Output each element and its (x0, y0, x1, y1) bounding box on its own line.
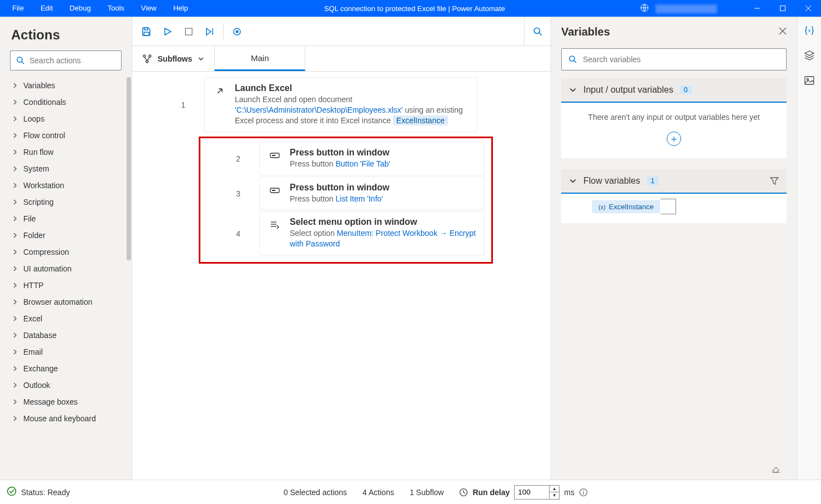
rail-variables-button[interactable]: x (804, 25, 815, 38)
rail-images-button[interactable] (804, 75, 815, 88)
menu-debug[interactable]: Debug (62, 0, 98, 17)
actions-tree-item[interactable]: UI automation (0, 260, 132, 277)
run-button[interactable] (158, 22, 178, 42)
status-bar: Status: Ready 0 Selected actions 4 Actio… (0, 480, 821, 504)
tab-main[interactable]: Main (214, 46, 305, 71)
actions-tree-item[interactable]: Scripting (0, 194, 132, 210)
tree-item-label: Outlook (23, 381, 50, 390)
actions-tree-item[interactable]: Flow control (0, 127, 132, 144)
app-menu: File Edit Debug Tools View Help (0, 0, 196, 17)
step-description: Press button List Item 'Info' (290, 194, 476, 204)
save-button[interactable] (137, 22, 157, 42)
run-delay-input[interactable] (514, 485, 550, 500)
menu-file[interactable]: File (4, 0, 32, 17)
actions-tree-item[interactable]: Outlook (0, 377, 132, 394)
tree-item-label: HTTP (23, 281, 44, 290)
chevron-right-icon (12, 233, 18, 238)
actions-tree-item[interactable]: Database (0, 327, 132, 344)
variables-search-input[interactable] (583, 55, 779, 64)
record-button[interactable] (227, 22, 247, 42)
menu-tools[interactable]: Tools (100, 0, 132, 17)
flow-variables-count: 1 (647, 177, 658, 185)
designer-search-button[interactable] (524, 17, 551, 46)
flow-step[interactable]: 3 Press button in window Press button Li… (207, 177, 485, 211)
svg-point-37 (8, 487, 16, 496)
menu-edit[interactable]: Edit (33, 0, 61, 17)
svg-point-15 (534, 28, 540, 33)
actions-tree-item[interactable]: Workstation (0, 177, 132, 194)
variable-chip: ExcelInstance (393, 115, 448, 125)
close-button[interactable] (795, 0, 821, 17)
search-icon (16, 56, 25, 65)
svg-rect-23 (272, 190, 275, 191)
flow-step[interactable]: 4 Select menu option in window Select op… (207, 211, 485, 256)
close-variables-button[interactable] (779, 27, 787, 37)
close-icon (779, 27, 787, 35)
chevron-right-icon (12, 216, 18, 221)
flow-variables-header[interactable]: Flow variables 1 (561, 169, 787, 194)
branch-icon (142, 54, 152, 64)
actions-search-box[interactable] (10, 51, 122, 70)
flow-step[interactable]: 1 Launch Excel Launch Excel and open doc… (132, 77, 551, 133)
maximize-button[interactable] (770, 0, 795, 17)
chevron-right-icon (12, 249, 18, 255)
subflows-dropdown[interactable]: Subflows (132, 46, 214, 71)
actions-scrollbar[interactable] (127, 77, 131, 260)
step-button[interactable] (200, 22, 220, 42)
minimize-button[interactable] (744, 0, 770, 17)
svg-marker-11 (206, 28, 211, 35)
chevron-right-icon (12, 266, 18, 271)
flow-step[interactable]: 2 Press button in window Press button Bu… (207, 142, 485, 177)
variables-search-box[interactable] (561, 48, 787, 70)
svg-point-41 (583, 490, 584, 491)
add-io-variable-button[interactable]: ＋ (667, 132, 681, 146)
actions-tree-item[interactable]: Compression (0, 244, 132, 260)
environment-icon[interactable] (633, 3, 656, 14)
actions-tree-item[interactable]: File (0, 210, 132, 227)
selection-highlight: 2 Press button in window Press button Bu… (199, 137, 493, 264)
flow-variable-chip[interactable]: (x) ExcelInstance (592, 200, 660, 213)
tree-item-label: Browser automation (23, 298, 93, 306)
chevron-right-icon (12, 99, 18, 105)
actions-tree-item[interactable]: Run flow (0, 144, 132, 160)
actions-tree-item[interactable]: Message boxes (0, 394, 132, 410)
chevron-right-icon (12, 299, 18, 305)
eraser-icon[interactable] (771, 463, 781, 475)
menu-view[interactable]: View (133, 0, 164, 17)
svg-marker-34 (805, 51, 814, 56)
svg-rect-7 (144, 28, 148, 30)
io-empty-text: There aren't any input or output variabl… (568, 113, 780, 122)
run-delay-spinner[interactable]: ▲▼ (550, 485, 560, 500)
tree-item-label: File (23, 214, 36, 223)
tab-strip: Subflows Main (132, 46, 551, 72)
actions-tree-item[interactable]: Browser automation (0, 294, 132, 310)
actions-tree-item[interactable]: Email (0, 344, 132, 360)
actions-tree-item[interactable]: Loops (0, 110, 132, 127)
tree-item-label: Loops (23, 114, 44, 123)
flow-canvas[interactable]: 1 Launch Excel Launch Excel and open doc… (132, 72, 551, 480)
actions-tree-item[interactable]: Folder (0, 227, 132, 244)
search-icon (568, 55, 577, 64)
actions-tree-item[interactable]: Mouse and keyboard (0, 410, 132, 427)
step-title: Launch Excel (235, 83, 469, 93)
actions-tree-item[interactable]: Conditionals (0, 94, 132, 110)
filter-icon[interactable] (770, 177, 779, 185)
actions-search-input[interactable] (29, 51, 127, 70)
chevron-right-icon (12, 166, 18, 172)
menu-help[interactable]: Help (165, 0, 196, 17)
status-selected-actions: 0 Selected actions (284, 488, 347, 497)
actions-tree-item[interactable]: Excel (0, 310, 132, 327)
actions-tree-item[interactable]: HTTP (0, 277, 132, 294)
chevron-down-icon (569, 177, 577, 185)
rail-layers-button[interactable] (804, 50, 815, 63)
tree-item-label: System (23, 164, 49, 173)
step-number: 2 (207, 142, 259, 177)
button-icon (268, 148, 282, 169)
info-icon[interactable] (579, 488, 588, 497)
io-variables-header[interactable]: Input / output variables 0 (561, 78, 787, 103)
actions-tree-item[interactable]: Variables (0, 77, 132, 94)
actions-tree-item[interactable]: System (0, 160, 132, 177)
actions-tree-item[interactable]: Exchange (0, 360, 132, 377)
flow-variables-body: (x) ExcelInstance (561, 194, 787, 223)
stop-button[interactable] (179, 22, 199, 42)
